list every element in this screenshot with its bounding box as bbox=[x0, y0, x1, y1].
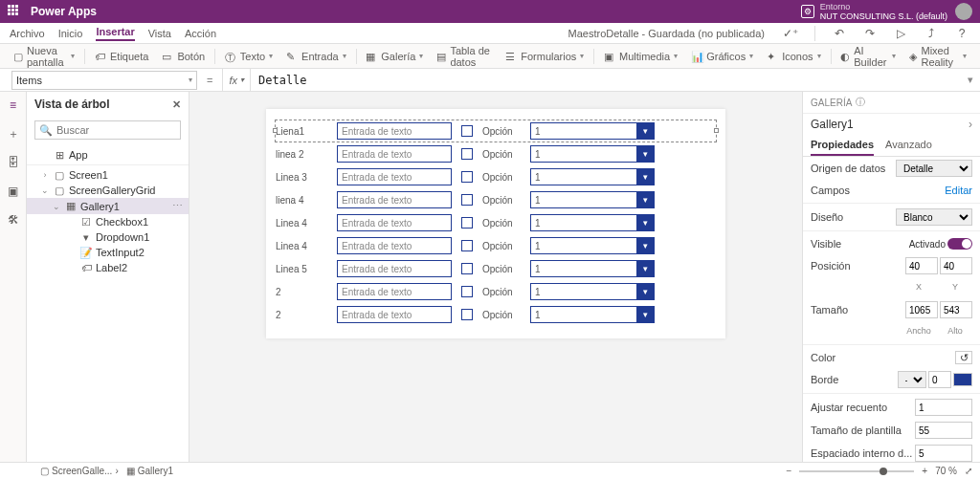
ribbon-tabla-datos[interactable]: ▤Tabla de datos bbox=[433, 43, 496, 70]
formula-expand-icon[interactable]: ▾ bbox=[961, 74, 980, 86]
tree-node-app[interactable]: ⊞App bbox=[27, 147, 189, 163]
gallery-row[interactable]: Linea 4Entrada de textoOpción1▾ bbox=[276, 212, 716, 233]
prop-border-style[interactable]: — bbox=[898, 371, 926, 388]
rail-media-icon[interactable]: ▣ bbox=[6, 184, 21, 199]
tree-node-screen-gallery[interactable]: ⌄▢ScreenGalleryGrid bbox=[27, 183, 189, 198]
prop-border-color[interactable] bbox=[953, 373, 972, 386]
zoom-in-icon[interactable]: + bbox=[922, 466, 927, 476]
ribbon-boton[interactable]: ▭Botón bbox=[158, 49, 209, 64]
tree-node-label2[interactable]: 🏷Label2 bbox=[27, 260, 189, 275]
row-dropdown[interactable]: 1▾ bbox=[530, 168, 655, 185]
gallery-row[interactable]: Linea 4Entrada de textoOpción1▾ bbox=[276, 235, 716, 256]
row-text-input[interactable]: Entrada de texto bbox=[337, 191, 452, 208]
ribbon-iconos[interactable]: ✦Iconos▾ bbox=[763, 49, 824, 64]
row-text-input[interactable]: Entrada de texto bbox=[337, 306, 452, 323]
row-dropdown[interactable]: 1▾ bbox=[530, 145, 655, 163]
ribbon-formularios[interactable]: ☰Formularios▾ bbox=[501, 49, 588, 64]
property-selector[interactable]: Items▾ bbox=[11, 71, 197, 90]
chevron-down-icon[interactable]: ▾ bbox=[636, 192, 654, 207]
ribbon-texto[interactable]: ⓉTexto▾ bbox=[221, 49, 277, 64]
chevron-down-icon[interactable]: ▾ bbox=[636, 123, 654, 139]
tab-propiedades[interactable]: Propiedades bbox=[811, 135, 874, 156]
menu-inicio[interactable]: Inicio bbox=[58, 28, 83, 39]
row-text-input[interactable]: Entrada de texto bbox=[337, 168, 452, 185]
row-checkbox[interactable] bbox=[461, 309, 473, 320]
info-icon[interactable]: ⓘ bbox=[856, 96, 865, 109]
ribbon-multimedia[interactable]: ▣Multimedia▾ bbox=[600, 49, 681, 64]
row-text-input[interactable]: Entrada de texto bbox=[337, 283, 452, 300]
user-avatar[interactable] bbox=[955, 3, 972, 20]
gallery-row[interactable]: linea 2Entrada de textoOpción1▾ bbox=[276, 143, 716, 164]
rail-tree-view-icon[interactable]: ≡ bbox=[6, 98, 21, 113]
row-dropdown[interactable]: 1▾ bbox=[530, 260, 655, 277]
breadcrumb-screen[interactable]: ▢ScreenGalle...› bbox=[40, 466, 119, 476]
breadcrumb-gallery[interactable]: ▦Gallery1 bbox=[126, 466, 173, 476]
tree-search[interactable]: 🔍 bbox=[34, 120, 181, 140]
ribbon-entrada[interactable]: ✎Entrada▾ bbox=[282, 49, 350, 64]
ribbon-galeria[interactable]: ▦Galería▾ bbox=[362, 49, 427, 64]
tree-close-icon[interactable]: ✕ bbox=[172, 98, 181, 111]
gallery-row[interactable]: 2Entrada de textoOpción1▾ bbox=[276, 281, 716, 302]
tree-node-dropdown1[interactable]: ▾Dropdown1 bbox=[27, 229, 189, 245]
row-dropdown[interactable]: 1▾ bbox=[530, 122, 655, 140]
row-text-input[interactable]: Entrada de texto bbox=[337, 122, 452, 140]
chevron-down-icon[interactable]: ▾ bbox=[636, 146, 654, 162]
row-checkbox[interactable] bbox=[461, 125, 473, 137]
row-dropdown[interactable]: 1▾ bbox=[530, 237, 655, 254]
ribbon-ai-builder[interactable]: ◐AI Builder▾ bbox=[836, 43, 900, 70]
tree-node-gallery1[interactable]: ⌄▦Gallery1⋯ bbox=[27, 198, 189, 214]
prop-size-h[interactable] bbox=[940, 301, 972, 318]
prop-pos-y[interactable] bbox=[940, 257, 972, 274]
chevron-down-icon[interactable]: ▾ bbox=[636, 238, 654, 253]
help-icon[interactable]: ? bbox=[953, 25, 970, 42]
menu-insertar[interactable]: Insertar bbox=[96, 26, 134, 41]
chevron-down-icon[interactable]: ▾ bbox=[636, 284, 654, 299]
row-checkbox[interactable] bbox=[461, 171, 473, 183]
row-dropdown[interactable]: 1▾ bbox=[530, 306, 655, 323]
row-text-input[interactable]: Entrada de texto bbox=[337, 145, 452, 163]
prop-datasource[interactable]: Detalle bbox=[896, 160, 972, 177]
environment-icon[interactable]: ⚙ bbox=[801, 5, 814, 18]
row-dropdown[interactable]: 1▾ bbox=[530, 214, 655, 231]
menu-accion[interactable]: Acción bbox=[185, 28, 216, 39]
share-icon[interactable]: ⤴ bbox=[923, 25, 940, 42]
rail-advanced-icon[interactable]: 🛠 bbox=[6, 212, 21, 228]
prop-visible-toggle[interactable] bbox=[947, 238, 972, 250]
row-checkbox[interactable] bbox=[461, 286, 473, 297]
tree-node-more-icon[interactable]: ⋯ bbox=[172, 200, 183, 212]
row-checkbox[interactable] bbox=[461, 148, 473, 160]
prop-pos-x[interactable] bbox=[905, 257, 938, 274]
menu-vista[interactable]: Vista bbox=[148, 28, 171, 39]
row-text-input[interactable]: Entrada de texto bbox=[337, 260, 452, 277]
gallery-row[interactable]: liena 4Entrada de textoOpción1▾ bbox=[276, 189, 716, 210]
prop-fields-edit[interactable]: Editar bbox=[945, 185, 972, 196]
redo-icon[interactable]: ↷ bbox=[861, 25, 879, 42]
ribbon-mixed-reality[interactable]: ◈Mixed Reality▾ bbox=[905, 43, 970, 70]
chevron-down-icon[interactable]: ▾ bbox=[636, 169, 654, 185]
prop-size-w[interactable] bbox=[905, 301, 938, 318]
undo-icon[interactable]: ↶ bbox=[831, 25, 848, 42]
prop-border-width[interactable] bbox=[928, 371, 951, 388]
prop-wrap-count[interactable] bbox=[915, 399, 972, 416]
prop-layout[interactable]: Blanco bbox=[896, 208, 972, 226]
tab-avanzado[interactable]: Avanzado bbox=[885, 135, 932, 156]
row-dropdown[interactable]: 1▾ bbox=[530, 191, 655, 208]
tree-node-screen1[interactable]: ›▢Screen1 bbox=[27, 167, 189, 183]
row-checkbox[interactable] bbox=[461, 263, 473, 274]
app-launcher-icon[interactable] bbox=[8, 5, 21, 18]
gallery-row[interactable]: Liena1Entrada de textoOpción1▾ bbox=[276, 120, 716, 142]
preview-icon[interactable]: ▷ bbox=[892, 25, 909, 42]
rail-insert-icon[interactable]: ＋ bbox=[6, 126, 21, 142]
tree-node-checkbox1[interactable]: ☑Checkbox1 bbox=[27, 214, 189, 229]
chevron-down-icon[interactable]: ▾ bbox=[636, 215, 654, 230]
canvas-screen[interactable]: Liena1Entrada de textoOpción1▾linea 2Ent… bbox=[266, 109, 725, 338]
chevron-down-icon[interactable]: ▾ bbox=[636, 307, 654, 322]
app-checker-icon[interactable]: ✓⁺ bbox=[782, 25, 799, 42]
canvas-area[interactable]: Liena1Entrada de textoOpción1▾linea 2Ent… bbox=[189, 92, 802, 462]
prop-color-reset[interactable]: ↺ bbox=[955, 351, 972, 364]
row-checkbox[interactable] bbox=[461, 194, 473, 206]
row-text-input[interactable]: Entrada de texto bbox=[337, 237, 452, 254]
fx-icon[interactable]: fx▾ bbox=[222, 69, 251, 91]
environment-picker[interactable]: Entorno NUT CONSULTING S.L. (default) bbox=[820, 2, 947, 21]
menu-archivo[interactable]: Archivo bbox=[10, 28, 45, 39]
